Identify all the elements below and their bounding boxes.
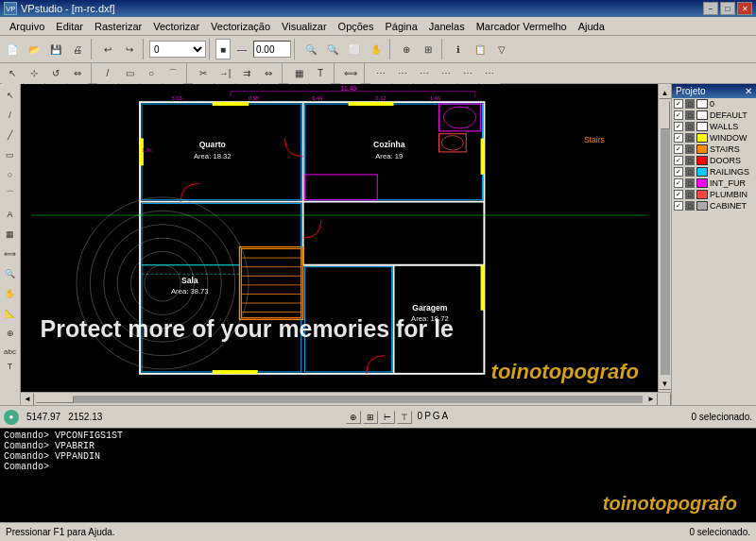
filter-button[interactable]: ▽ — [491, 39, 512, 59]
text-button[interactable]: T — [310, 63, 331, 84]
layer-vis-walls[interactable]: □ — [685, 122, 695, 131]
left-line[interactable]: / — [1, 106, 20, 125]
color-button[interactable]: ■ — [215, 39, 231, 59]
scroll-left-button[interactable]: ◄ — [21, 393, 34, 406]
rect-button[interactable]: ▭ — [119, 63, 140, 84]
line-type-button[interactable]: — — [232, 39, 252, 59]
layer-vis-plumbing[interactable]: □ — [685, 190, 695, 199]
trim-button[interactable]: ✂ — [193, 63, 214, 84]
status-snap-button[interactable]: ⊕ — [346, 411, 361, 424]
layer-vis-stairs[interactable]: □ — [685, 144, 695, 154]
hatch-button[interactable]: ▦ — [288, 63, 309, 84]
h-scrollbar[interactable]: ◄ ► — [21, 392, 671, 405]
v-scrollbar[interactable]: ▲ ▼ — [658, 84, 671, 392]
left-dim[interactable]: ⟺ — [1, 245, 20, 263]
left-snap[interactable]: ⊕ — [1, 324, 20, 343]
line-button[interactable]: / — [97, 63, 118, 84]
left-arc[interactable]: ⌒ — [1, 185, 20, 204]
properties-button[interactable]: ℹ — [448, 39, 469, 59]
left-polyline[interactable]: ╱ — [1, 126, 20, 144]
layer-check-plumbing[interactable]: ✓ — [674, 190, 683, 199]
open-button[interactable]: 📂 — [24, 39, 44, 59]
close-button[interactable]: ✕ — [737, 2, 752, 15]
layer-item-walls[interactable]: ✓ □ WALLS — [672, 121, 756, 132]
menu-ajuda[interactable]: Ajuda — [573, 19, 610, 34]
left-select[interactable]: ↖ — [1, 86, 20, 105]
layer-item-window[interactable]: ✓ □ WINDOW — [672, 132, 756, 144]
layer-check-0[interactable]: ✓ — [674, 99, 683, 109]
offset-button[interactable]: ⇉ — [236, 63, 257, 84]
layer-item-plumbing[interactable]: ✓ □ PLUMBIN — [672, 189, 756, 200]
left-rect[interactable]: ▭ — [1, 145, 20, 164]
dim-button[interactable]: ⟺ — [340, 63, 361, 84]
layer-vis-window[interactable]: □ — [685, 133, 695, 143]
menu-arquivo[interactable]: Arquivo — [4, 19, 50, 34]
grid-button[interactable]: ⊞ — [418, 39, 438, 59]
layer-item-railings[interactable]: ✓ □ RAILINGS — [672, 166, 756, 178]
extra-btn-1[interactable]: ⋯ — [370, 63, 391, 84]
left-hatch[interactable]: ▦ — [1, 225, 20, 244]
menu-janelas[interactable]: Janelas — [423, 19, 471, 34]
undo-button[interactable]: ↩ — [97, 39, 118, 59]
zoom-in-button[interactable]: 🔍 — [301, 39, 321, 59]
mirror-button[interactable]: ⇔ — [258, 63, 279, 84]
left-zoom[interactable]: 🔍 — [1, 264, 20, 283]
scroll-down-button[interactable]: ▼ — [659, 377, 672, 390]
circle-button[interactable]: ○ — [141, 63, 162, 84]
zoom-out-button[interactable]: 🔍 — [322, 39, 343, 59]
scale-button[interactable]: ⇔ — [67, 63, 88, 84]
extend-button[interactable]: →| — [215, 63, 235, 84]
layer-vis-0[interactable]: □ — [685, 99, 695, 109]
layer-check-stairs[interactable]: ✓ — [674, 144, 683, 154]
layer-item-stairs[interactable]: ✓ □ STAIRS — [672, 144, 756, 155]
status-ortho-button[interactable]: ⊢ — [380, 411, 395, 424]
arc-button[interactable]: ⌒ — [163, 63, 183, 84]
scroll-right-button[interactable]: ► — [644, 393, 658, 406]
line-width-input[interactable] — [253, 41, 291, 58]
extra-btn-2[interactable]: ⋯ — [392, 63, 413, 84]
layer-item-cabinet[interactable]: ✓ □ CABINET — [672, 200, 756, 211]
pan-button[interactable]: ✋ — [366, 39, 387, 59]
left-pan[interactable]: ✋ — [1, 284, 20, 303]
layer-item-0[interactable]: ✓ □ 0 — [672, 98, 756, 110]
layer-check-doors[interactable]: ✓ — [674, 156, 683, 165]
layer-item-doors[interactable]: ✓ □ DOORS — [672, 155, 756, 166]
maximize-button[interactable]: □ — [720, 2, 735, 15]
move-button[interactable]: ⊹ — [24, 63, 44, 84]
layer-vis-intfur[interactable]: □ — [685, 178, 695, 188]
layer-item-default[interactable]: ✓ □ DEFAULT — [672, 110, 756, 121]
menu-rasterizar[interactable]: Rasterizar — [89, 19, 147, 34]
extra-btn-4[interactable]: ⋯ — [436, 63, 456, 84]
layer-check-walls[interactable]: ✓ — [674, 122, 683, 131]
layers-button[interactable]: 📋 — [470, 39, 490, 59]
layer-vis-doors[interactable]: □ — [685, 156, 695, 165]
layer-vis-railings[interactable]: □ — [685, 167, 695, 177]
v-scroll-thumb[interactable] — [661, 101, 670, 129]
layer-vis-cabinet[interactable]: □ — [685, 201, 695, 211]
menu-marcador[interactable]: Marcador Vermelho — [471, 19, 573, 34]
snap-button[interactable]: ⊕ — [396, 39, 417, 59]
new-button[interactable]: 📄 — [2, 39, 23, 59]
extra-btn-5[interactable]: ⋯ — [457, 63, 478, 84]
menu-editar[interactable]: Editar — [50, 19, 89, 34]
left-measure[interactable]: 📐 — [1, 304, 20, 323]
menu-vectorizacao[interactable]: Vectorização — [205, 19, 276, 34]
layer-check-default[interactable]: ✓ — [674, 110, 683, 120]
left-circle[interactable]: ○ — [1, 165, 20, 184]
extra-btn-3[interactable]: ⋯ — [414, 63, 435, 84]
layer-check-cabinet[interactable]: ✓ — [674, 201, 683, 211]
layer-check-intfur[interactable]: ✓ — [674, 178, 683, 188]
layer-item-intfur[interactable]: ✓ □ INT_FUR — [672, 178, 756, 189]
menu-visualizar[interactable]: Visualizar — [276, 19, 333, 34]
status-track-button[interactable]: ⊤ — [397, 411, 412, 424]
menu-vectorizar[interactable]: Vectorizar — [147, 19, 205, 34]
minimize-button[interactable]: − — [703, 2, 718, 15]
h-scroll-thumb[interactable] — [36, 396, 74, 403]
layer-vis-default[interactable]: □ — [685, 110, 695, 120]
layer-combo[interactable]: 0 — [149, 41, 206, 58]
scroll-up-button[interactable]: ▲ — [659, 86, 672, 99]
layers-panel-close[interactable]: ✕ — [745, 86, 752, 96]
left-text2[interactable]: T — [1, 357, 20, 376]
status-grid-button[interactable]: ⊞ — [363, 411, 378, 424]
print-button[interactable]: 🖨 — [67, 39, 88, 59]
